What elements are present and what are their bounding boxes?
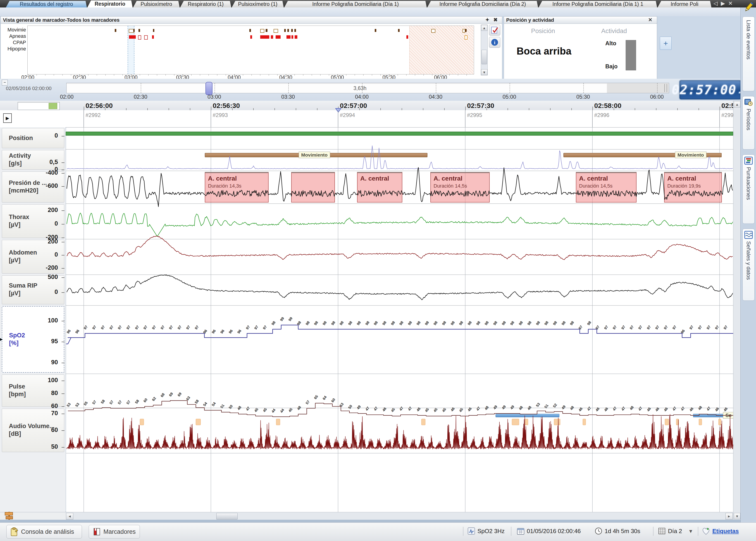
activity-header: Actividad xyxy=(601,27,627,35)
movement-marker[interactable] xyxy=(295,29,296,32)
overview-axis-minor-tick xyxy=(260,74,261,76)
overview-scroll-up-icon[interactable]: ▲ xyxy=(481,25,487,31)
overview-scroll-thumb[interactable] xyxy=(481,50,487,64)
tab-respiratorio[interactable]: Respiratorio xyxy=(87,0,133,7)
tab-scroll-right-icon[interactable]: ▶ xyxy=(721,0,725,7)
analysis-console-button[interactable]: Consola de análisis xyxy=(6,525,82,539)
channel-name: Position xyxy=(9,134,33,142)
tab-informe-poligrafia-domiciliaria-d-a-1-1[interactable]: Informe Poligrafia Domiciliaria (Día 1) … xyxy=(538,1,657,7)
sidebar-tab-events[interactable]: Lista de eventos xyxy=(742,17,755,91)
periods-icon xyxy=(744,98,753,107)
scale-tick xyxy=(62,277,65,278)
scroll-up-icon[interactable]: ▲ xyxy=(734,101,740,108)
apnea-marker[interactable] xyxy=(129,35,136,39)
sidebar-tab-signals[interactable]: Señales y datos xyxy=(742,229,755,301)
overview-excluded-region xyxy=(409,26,473,74)
collapse-button[interactable]: − xyxy=(2,80,8,86)
sidebar-tab-scores[interactable]: Puntuaciones xyxy=(742,155,755,224)
overview-axis-minor-tick xyxy=(45,74,46,76)
sidebar-tab-periods[interactable]: Períodos xyxy=(742,96,755,150)
apnea-marker[interactable] xyxy=(295,35,297,39)
apnea-marker[interactable] xyxy=(152,35,154,39)
apnea-marker[interactable] xyxy=(464,35,467,40)
marker-overview-plot[interactable] xyxy=(27,26,474,74)
overview-view-indicator[interactable] xyxy=(128,26,134,74)
day-dropdown-icon[interactable]: ▾ xyxy=(689,528,692,535)
scale-label: 0,5 xyxy=(33,159,58,166)
view-position-indicator xyxy=(18,102,60,110)
movement-marker[interactable] xyxy=(288,29,289,32)
apnea-marker[interactable] xyxy=(138,35,141,40)
scroll-down-icon[interactable]: ▼ xyxy=(734,513,740,519)
day-selector[interactable]: Día 2 xyxy=(668,528,682,535)
overview-axis-minor-tick xyxy=(226,74,226,76)
movement-marker[interactable] xyxy=(462,29,465,33)
hscroll-thumb[interactable] xyxy=(216,513,238,519)
timeline-excluded-region xyxy=(607,83,669,93)
tab-informe-poli[interactable]: Informe Poli xyxy=(658,1,711,7)
channel-unit: [%] xyxy=(9,339,19,347)
timeline-ruler[interactable]: 3,63h xyxy=(66,83,669,93)
movement-marker[interactable] xyxy=(291,29,293,32)
markers-button[interactable]: Marcadores xyxy=(89,525,140,539)
apnea-marker[interactable] xyxy=(406,35,408,39)
apnea-marker[interactable] xyxy=(287,35,291,39)
movement-marker[interactable] xyxy=(139,29,140,32)
apnea-marker[interactable] xyxy=(260,35,269,39)
apnea-marker[interactable] xyxy=(292,35,293,39)
tab-scroll-left-icon[interactable]: ◁ xyxy=(713,0,718,7)
scale-tick xyxy=(62,393,65,394)
tab-pulsiox-metro-1-[interactable]: Pulsioxímetro (1) xyxy=(232,1,284,7)
scale-label: 90 xyxy=(33,359,58,366)
timeline-tick xyxy=(583,83,584,93)
movement-marker[interactable] xyxy=(115,29,116,32)
scale-tick xyxy=(62,186,65,187)
timeline-tick-label: 02:30 xyxy=(128,94,153,100)
tab-close-icon[interactable]: ✕ xyxy=(728,0,733,7)
timeline-navigator: − 02/05/2016 02:00:00 3,63h 02:57:00 .2 … xyxy=(0,79,740,101)
tab-informe-poligrafia-domiciliaria-d-a-2-[interactable]: Informe Poligrafia Domiciliaria (Día 2) xyxy=(427,1,538,7)
vertical-scrollbar[interactable]: ▲ ▼ xyxy=(733,101,741,520)
movement-marker[interactable] xyxy=(398,29,399,32)
movement-marker[interactable] xyxy=(465,29,466,32)
timeline-slider[interactable] xyxy=(206,82,213,95)
right-sidebar: Lista de eventosPeríodosPuntuacionesSeña… xyxy=(740,7,756,522)
overview-axis-minor-tick xyxy=(71,74,71,76)
marker-info-button[interactable]: i xyxy=(489,37,500,48)
overview-axis-minor-tick xyxy=(191,74,192,76)
movement-marker[interactable] xyxy=(249,29,251,32)
apnea-marker[interactable] xyxy=(271,35,273,39)
add-panel-button[interactable]: + xyxy=(660,37,672,50)
overview-axis-minor-tick xyxy=(148,74,149,76)
horizontal-scrollbar[interactable]: ◄ ► xyxy=(66,512,733,520)
movement-marker[interactable] xyxy=(260,29,264,33)
tags-link[interactable]: Etiquetas xyxy=(712,528,739,535)
marker-check-button[interactable] xyxy=(489,25,500,36)
movement-marker[interactable] xyxy=(284,29,286,32)
movement-marker[interactable] xyxy=(153,29,154,32)
overview-axis-minor-tick xyxy=(62,74,63,76)
pin-icon[interactable]: ✦ xyxy=(485,17,489,23)
scroll-right-icon[interactable]: ► xyxy=(725,513,733,519)
scroll-left-icon[interactable]: ◄ xyxy=(66,513,73,519)
overview-scroll-down-icon[interactable]: ▼ xyxy=(481,69,487,75)
tab-informe-poligrafia-domiciliaria-d-a-1-[interactable]: Informe Poligrafia Domiciliaria (Día 1) xyxy=(284,1,427,7)
tab-resultados-del-registro[interactable]: Resultados del registro xyxy=(6,1,87,7)
marker-overview-panel: Vista general de marcador-Todos los marc… xyxy=(0,16,502,79)
overview-vscrollbar[interactable]: ▲ ▼ xyxy=(481,25,488,75)
movement-marker[interactable] xyxy=(274,29,278,33)
scale-tick xyxy=(62,238,65,238)
movement-marker[interactable] xyxy=(133,29,135,32)
apnea-marker[interactable] xyxy=(144,35,148,40)
apnea-marker[interactable] xyxy=(276,35,281,39)
pencil-icon[interactable] xyxy=(743,2,754,13)
close-icon[interactable]: ✖ xyxy=(493,17,497,23)
movement-marker[interactable] xyxy=(431,29,435,33)
movement-marker[interactable] xyxy=(266,29,268,32)
movement-marker[interactable] xyxy=(375,29,376,32)
tab-pulsiox-metro[interactable]: Pulsioxímetro xyxy=(133,1,180,7)
tab-respiratorio-1-[interactable]: Respiratorio (1) xyxy=(180,1,231,7)
close-icon[interactable]: ✕ xyxy=(648,17,652,23)
apnea-marker[interactable] xyxy=(250,35,252,39)
play-button[interactable]: ▶ xyxy=(3,113,12,123)
